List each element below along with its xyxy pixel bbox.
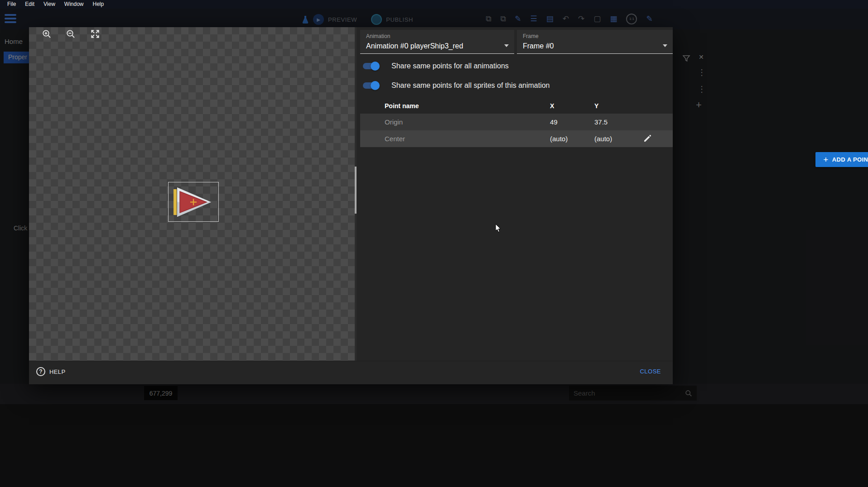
plus-icon: +	[823, 155, 829, 164]
menu-window[interactable]: Window	[60, 0, 88, 9]
sprite-preview-canvas[interactable]	[29, 27, 356, 361]
column-header-name: Point name	[385, 99, 419, 114]
share-points-all-animations-toggle[interactable]	[363, 63, 379, 69]
edit-points-dialog: Animation Animation #0 playerShip3_red F…	[29, 27, 673, 384]
canvas-scrollbar[interactable]	[355, 27, 357, 361]
toggle-thumb	[371, 62, 380, 71]
point-y-value[interactable]: 37.5	[594, 114, 608, 130]
share-points-all-sprites-label: Share same points for all sprites of thi…	[391, 81, 550, 90]
chevron-down-icon	[504, 44, 509, 47]
menu-view[interactable]: View	[39, 0, 60, 9]
close-button[interactable]: CLOSE	[640, 368, 661, 375]
points-table-header: Point name X Y	[360, 99, 673, 114]
add-point-button[interactable]: + ADD A POINT	[815, 152, 868, 167]
point-name: Center	[385, 130, 405, 147]
table-row-center[interactable]: Center (auto) (auto)	[360, 130, 673, 147]
fit-to-screen-icon[interactable]	[90, 29, 100, 39]
toggle-thumb	[371, 81, 380, 90]
menu-help[interactable]: Help	[88, 0, 109, 9]
player-ship-sprite	[171, 185, 216, 219]
point-name: Origin	[385, 114, 403, 130]
help-button[interactable]: ? HELP	[36, 367, 66, 376]
help-icon: ?	[36, 367, 45, 376]
points-table: Point name X Y Origin 49 37.5 Center (au…	[360, 99, 673, 147]
column-header-y: Y	[594, 99, 598, 114]
sprite-frame[interactable]	[168, 182, 219, 222]
zoom-out-icon[interactable]	[66, 29, 76, 39]
column-header-x: X	[550, 99, 554, 114]
zoom-in-icon[interactable]	[42, 29, 52, 39]
share-points-all-animations-label: Share same points for all animations	[391, 62, 509, 70]
share-points-all-sprites-toggle[interactable]	[363, 82, 379, 89]
scrollbar-handle[interactable]	[355, 167, 357, 214]
dialog-footer: ? HELP CLOSE	[29, 361, 673, 384]
animation-select[interactable]: Animation Animation #0 playerShip3_red	[360, 30, 514, 54]
frame-select-value: Frame #0	[523, 42, 554, 50]
point-x-value[interactable]: 49	[550, 114, 558, 130]
point-x-value[interactable]: (auto)	[550, 130, 568, 147]
points-panel: Animation Animation #0 playerShip3_red F…	[360, 27, 673, 361]
add-point-label: ADD A POINT	[832, 156, 868, 163]
table-row-origin[interactable]: Origin 49 37.5	[360, 114, 673, 130]
edit-pencil-icon[interactable]	[643, 134, 652, 143]
menu-file[interactable]: File	[3, 0, 20, 9]
animation-select-label: Animation	[366, 33, 390, 39]
menu-edit[interactable]: Edit	[20, 0, 39, 9]
point-y-value[interactable]: (auto)	[594, 130, 612, 147]
animation-select-value: Animation #0 playerShip3_red	[366, 42, 463, 50]
frame-select[interactable]: Frame Frame #0	[517, 30, 673, 54]
menu-bar: File Edit View Window Help	[0, 0, 868, 9]
frame-select-label: Frame	[523, 33, 539, 39]
help-label: HELP	[49, 368, 66, 375]
chevron-down-icon	[663, 44, 667, 47]
